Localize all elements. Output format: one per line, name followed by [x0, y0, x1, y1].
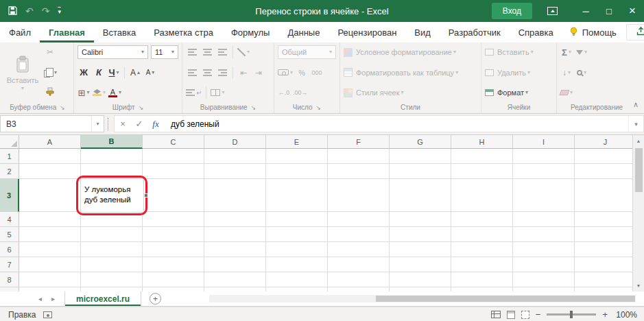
row-header-4[interactable]: 4: [0, 212, 19, 227]
row-4-cells[interactable]: [19, 212, 632, 227]
align-left-button[interactable]: [186, 66, 198, 80]
close-button[interactable]: ×: [621, 0, 644, 22]
comma-style-button[interactable]: 000: [311, 66, 323, 80]
macro-record-icon[interactable]: [43, 311, 52, 318]
column-header-f[interactable]: F: [328, 135, 390, 149]
column-header-c[interactable]: C: [143, 135, 204, 149]
row-header-2[interactable]: 2: [0, 164, 19, 179]
align-center-button[interactable]: [201, 66, 213, 80]
horizontal-scroll-thumb[interactable]: [376, 296, 635, 302]
clear-button[interactable]: ▾: [560, 86, 573, 99]
row-partial-cells[interactable]: [19, 287, 632, 292]
cancel-button[interactable]: ×: [115, 116, 131, 132]
accounting-format-button[interactable]: ▾: [278, 66, 293, 80]
number-dialog-launcher-icon[interactable]: ↘: [316, 104, 322, 111]
sign-in-button[interactable]: Вход: [492, 3, 532, 19]
grow-font-button[interactable]: А▴: [129, 66, 141, 80]
find-select-button[interactable]: ▾: [575, 66, 588, 80]
tell-me-help[interactable]: Помощь: [562, 22, 623, 43]
zoom-slider[interactable]: [547, 313, 596, 316]
column-header-a[interactable]: A: [19, 135, 81, 149]
zoom-slider-thumb[interactable]: [570, 311, 573, 318]
tab-developer[interactable]: Разработчик: [440, 22, 510, 43]
sheet-tab-microexcel[interactable]: microexcel.ru: [64, 292, 141, 306]
row-8-cells[interactable]: [19, 272, 632, 287]
cell-styles-button[interactable]: Стили ячеек▾: [344, 86, 477, 99]
tab-help[interactable]: Справка: [510, 22, 562, 43]
column-header-i[interactable]: I: [513, 135, 575, 149]
alignment-dialog-launcher-icon[interactable]: ↘: [251, 104, 257, 111]
cell-b3[interactable]: У лукоморья дуб зеленый: [81, 179, 143, 212]
tab-page-layout[interactable]: Разметка стра: [145, 22, 222, 43]
row-6-cells[interactable]: [19, 242, 632, 257]
normal-view-button[interactable]: [491, 311, 501, 318]
column-header-b[interactable]: B: [81, 135, 143, 149]
ribbon-display-options-icon[interactable]: [547, 7, 558, 15]
merge-center-button[interactable]: ▾: [211, 86, 224, 99]
sort-filter-button[interactable]: ▾: [575, 45, 588, 59]
align-middle-button[interactable]: [201, 45, 213, 59]
align-top-button[interactable]: [186, 45, 198, 59]
column-header-j[interactable]: J: [575, 135, 632, 149]
format-cells-button[interactable]: Формат▾: [485, 86, 553, 99]
scroll-down-icon[interactable]: ▼: [633, 280, 644, 292]
bold-button[interactable]: Ж: [77, 66, 90, 80]
row-header-6[interactable]: 6: [0, 242, 19, 257]
insert-function-button[interactable]: fx: [147, 116, 164, 132]
orientation-button[interactable]: ▾: [237, 45, 250, 59]
cut-button[interactable]: ✂: [44, 45, 56, 59]
formula-bar-handle[interactable]: [108, 118, 110, 130]
row-2-cells[interactable]: [19, 164, 632, 179]
minimize-button[interactable]: ─: [574, 0, 597, 22]
enter-button[interactable]: ✓: [131, 116, 147, 132]
name-box[interactable]: B3 ▾: [0, 115, 104, 132]
maximize-button[interactable]: □: [597, 0, 621, 22]
tab-home[interactable]: Главная: [40, 22, 94, 43]
font-name-select[interactable]: Calibri ▾: [77, 45, 148, 59]
scroll-up-icon[interactable]: ▲: [633, 135, 644, 147]
column-header-e[interactable]: E: [266, 135, 328, 149]
underline-button[interactable]: Ч▾: [108, 66, 120, 80]
row-3-cells[interactable]: У лукоморья дуб зеленый: [19, 179, 632, 212]
zoom-in-button[interactable]: +: [602, 310, 608, 319]
decrease-indent-button[interactable]: ⇤: [237, 66, 250, 80]
formula-input[interactable]: дуб зеленый: [164, 119, 628, 129]
horizontal-scrollbar[interactable]: [209, 295, 636, 302]
delete-cells-button[interactable]: Удалить▾: [485, 66, 553, 80]
page-layout-view-button[interactable]: [507, 311, 515, 319]
clipboard-dialog-launcher-icon[interactable]: ↘: [60, 104, 65, 111]
row-header-5[interactable]: 5: [0, 227, 19, 242]
fill-color-button[interactable]: ▾: [93, 86, 106, 99]
align-right-button[interactable]: [216, 66, 228, 80]
borders-button[interactable]: ⊞▾: [77, 86, 90, 99]
font-color-button[interactable]: А▾: [108, 86, 121, 99]
decrease-decimal-button[interactable]: .00→: [293, 86, 308, 99]
fill-button[interactable]: ↓▾: [560, 66, 573, 80]
collapse-ribbon-chevron-icon[interactable]: ∧: [633, 100, 639, 109]
tab-insert[interactable]: Вставка: [94, 22, 145, 43]
shrink-font-button[interactable]: А▾: [144, 66, 156, 80]
next-sheet-icon[interactable]: ▸: [51, 295, 55, 302]
zoom-out-button[interactable]: −: [536, 310, 541, 319]
tab-review[interactable]: Рецензирован: [329, 22, 405, 43]
format-as-table-button[interactable]: Форматировать как таблицу▾: [344, 66, 477, 80]
autosum-button[interactable]: Σ▾: [560, 45, 573, 59]
row-header-partial[interactable]: [0, 287, 19, 292]
redo-icon[interactable]: ↷: [42, 6, 50, 16]
increase-indent-button[interactable]: ⇥: [252, 66, 265, 80]
font-dialog-launcher-icon[interactable]: ↘: [139, 104, 144, 111]
share-button[interactable]: Поделиться: [626, 24, 644, 40]
page-break-view-button[interactable]: [521, 311, 529, 319]
conditional-formatting-button[interactable]: Условное форматирование▾: [344, 45, 477, 59]
row-5-cells[interactable]: [19, 227, 632, 242]
row-header-3[interactable]: 3: [0, 179, 19, 212]
customize-qat-chevron-icon[interactable]: ▾: [58, 7, 61, 15]
tab-view[interactable]: Вид: [405, 22, 440, 43]
previous-sheet-icon[interactable]: ◂: [38, 295, 42, 302]
wrap-text-button[interactable]: ↵: [186, 86, 202, 99]
percent-style-button[interactable]: %: [296, 66, 308, 80]
undo-icon[interactable]: ↶: [25, 6, 34, 16]
font-size-select[interactable]: 11 ▾: [151, 45, 178, 59]
paste-button[interactable]: Вставить ▾: [5, 45, 40, 102]
number-format-select[interactable]: Общий ▾: [278, 45, 336, 59]
